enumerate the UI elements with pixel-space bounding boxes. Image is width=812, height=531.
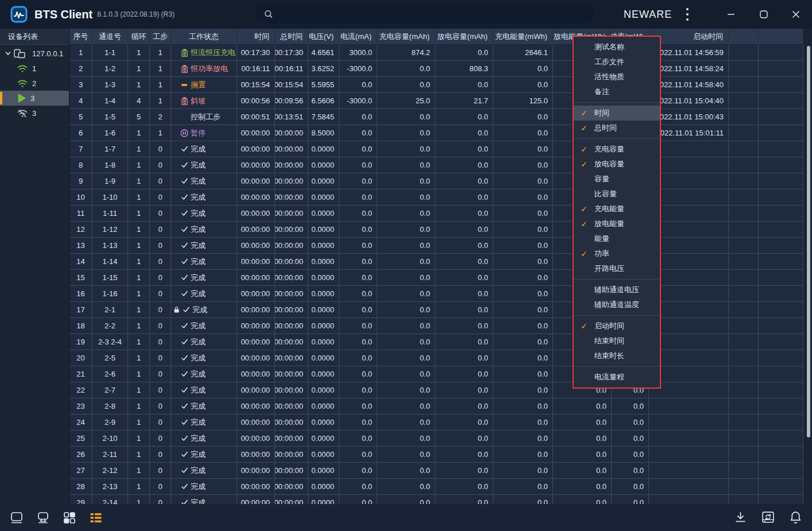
bell-icon[interactable] (788, 510, 803, 525)
sidebar-item-channel-1[interactable]: 1 (0, 61, 69, 76)
app-title: BTS Client (34, 8, 92, 21)
menu-item-4-1[interactable]: 结束时间 (574, 334, 660, 348)
table-row[interactable]: 121-1210完成00:00:0000:00:000.00000.00.00.… (69, 222, 803, 238)
table-row[interactable]: 91-910完成00:00:0000:00:000.00000.00.00.00… (69, 173, 803, 189)
cell-status: 恒功率放电 (171, 61, 237, 76)
column-header-discharge_cap[interactable]: 放电容量(mAh) (435, 29, 493, 44)
sidebar-item-channel-2[interactable]: 2 (0, 76, 69, 91)
download-icon[interactable] (733, 510, 748, 525)
menu-item-4-2[interactable]: 结束时长 (574, 348, 660, 363)
menu-item-label: 容量 (594, 174, 660, 184)
vertical-scrollbar[interactable] (807, 46, 810, 437)
table-row[interactable]: 61-611暂停00:00:0000:00:008.50000.00.00.00… (69, 125, 803, 141)
check-icon (179, 418, 190, 426)
menu-item-2-6[interactable]: 能量 (574, 231, 660, 246)
column-header-extra2[interactable] (759, 29, 803, 44)
table-row[interactable]: 51-552控制工步00:00:5100:13:517.58450.00.00.… (69, 109, 803, 125)
menu-item-1-1[interactable]: ✓总时间 (574, 121, 660, 135)
cell-start_time (649, 447, 729, 462)
table-row[interactable]: 192-3 2-410完成00:00:0000:00:000.00000.00.… (69, 334, 803, 350)
column-header-charge_energy[interactable]: 充电能量(mWh) (493, 29, 553, 44)
menu-item-0-1[interactable]: 工步文件 (574, 55, 660, 69)
close-button[interactable] (783, 0, 809, 29)
table-row[interactable]: 242-910完成00:00:0000:00:000.00000.00.00.0… (69, 414, 803, 431)
table-row[interactable]: 182-210完成00:00:0000:00:000.00000.00.00.0… (69, 318, 803, 334)
monitor-icon[interactable] (9, 510, 24, 525)
menu-item-5-0[interactable]: 电流量程 (574, 370, 660, 385)
table-row[interactable]: 151-1510完成00:00:0000:00:000.00000.00.00.… (69, 270, 803, 286)
table-row[interactable]: 141-1410完成00:00:0000:00:000.00000.00.00.… (69, 254, 803, 270)
menu-item-3-0[interactable]: 辅助通道电压 (574, 282, 660, 297)
sidebar-item-channel-3[interactable]: 3 (0, 106, 69, 121)
more-menu-button[interactable] (679, 5, 696, 24)
table-row[interactable]: 292-1410完成00:00:0000:00:000.00000.00.00.… (69, 495, 803, 504)
column-header-time[interactable]: 时间 (237, 29, 275, 44)
table-row[interactable]: 21-211恒功率放电00:16:1100:16:113.6252-3000.0… (69, 61, 803, 77)
list-view-icon[interactable] (88, 510, 103, 525)
sidebar-item-device[interactable]: 127.0.0.1 (0, 46, 69, 61)
table-row[interactable]: 232-810完成00:00:0000:00:000.00000.00.00.0… (69, 398, 803, 414)
cell-cycle: 1 (128, 286, 150, 301)
column-header-status[interactable]: 工作状态 (171, 29, 237, 44)
table-row[interactable]: 272-1210完成00:00:0000:00:000.00000.00.00.… (69, 463, 803, 479)
menu-item-2-1[interactable]: ✓放电容量 (574, 157, 660, 172)
table-row[interactable]: 222-710完成00:00:0000:00:000.00000.00.00.0… (69, 382, 803, 398)
table-row[interactable]: 262-1110完成00:00:0000:00:000.00000.00.00.… (69, 447, 803, 463)
table-row[interactable]: 161-1610完成00:00:0000:00:000.00000.00.00.… (69, 286, 803, 302)
menu-item-1-0[interactable]: ✓时间 (574, 106, 660, 121)
search-box[interactable] (256, 5, 594, 23)
menu-item-3-1[interactable]: 辅助通道温度 (574, 297, 660, 312)
search-input[interactable] (279, 9, 586, 19)
cell-sn: 26 (69, 447, 92, 462)
minimize-button[interactable] (718, 0, 744, 29)
column-header-total_time[interactable]: 总时间 (275, 29, 308, 44)
menu-item-0-0[interactable]: 测试名称 (574, 40, 660, 55)
column-header-cycle[interactable]: 循环 (128, 29, 150, 44)
menu-item-2-5[interactable]: ✓放电能量 (574, 216, 660, 231)
menu-item-0-2[interactable]: 活性物质 (574, 69, 660, 84)
cell-channel: 2-13 (92, 479, 128, 494)
table-row[interactable]: 282-1310完成00:00:0000:00:000.00000.00.00.… (69, 479, 803, 495)
table-row[interactable]: 71-710完成00:00:0000:00:000.00000.00.00.00… (69, 141, 803, 157)
column-header-charge_cap[interactable]: 充电容量(mAh) (377, 29, 435, 44)
cell-discharge_cap: 0.0 (435, 45, 493, 60)
table-row[interactable]: 131-1310完成00:00:0000:00:000.00000.00.00.… (69, 238, 803, 254)
table-row[interactable]: 111-1110完成00:00:0000:00:000.00000.00.00.… (69, 206, 803, 222)
table-row[interactable]: 41-441斜坡00:00:5600:09:566.5606-3000.025.… (69, 93, 803, 109)
maximize-button[interactable] (751, 0, 776, 29)
column-header-channel[interactable]: 通道号 (92, 29, 128, 44)
column-header-current[interactable]: 电流(mA) (339, 29, 377, 44)
table-row[interactable]: 212-610完成00:00:0000:00:000.00000.00.00.0… (69, 366, 803, 382)
menu-item-2-7[interactable]: ✓功率 (574, 246, 660, 261)
table-row[interactable]: 101-1010完成00:00:0000:00:000.00000.00.00.… (69, 189, 803, 206)
table-row[interactable]: 202-510完成00:00:0000:00:000.00000.00.00.0… (69, 350, 803, 366)
table-row[interactable]: 81-810完成00:00:0000:00:000.00000.00.00.00… (69, 157, 803, 173)
grid-view-icon[interactable] (62, 510, 77, 525)
cell-start_time (649, 431, 729, 446)
scrollbar-track[interactable] (803, 29, 812, 504)
table-row[interactable]: 31-311搁置00:15:5400:15:545.59550.00.00.00… (69, 77, 803, 93)
column-header-voltage[interactable]: 电压(V) (308, 29, 339, 44)
cell-current: 0.0 (339, 318, 377, 334)
monitor-stand-icon[interactable] (36, 510, 51, 525)
menu-item-0-3[interactable]: 备注 (574, 84, 660, 99)
table-row[interactable]: 252-1010完成00:00:0000:00:000.00000.00.00.… (69, 431, 803, 447)
menu-item-2-0[interactable]: ✓充电容量 (574, 142, 660, 157)
cell-charge_cap: 0.0 (377, 318, 435, 334)
cell-cycle: 1 (128, 189, 150, 205)
table-row[interactable]: 11-111恒流恒压充电00:17:3000:17:304.65613000.0… (69, 45, 803, 61)
menu-item-2-4[interactable]: ✓充电能量 (574, 201, 660, 216)
cell-step: 0 (150, 495, 171, 504)
menu-item-2-2[interactable]: 容量 (574, 172, 660, 187)
column-header-step[interactable]: 工步 (150, 29, 171, 44)
device-sync-icon[interactable] (760, 510, 775, 525)
menu-item-2-3[interactable]: 比容量 (574, 187, 660, 201)
menu-item-4-0[interactable]: ✓启动时间 (574, 319, 660, 334)
table-row[interactable]: 172-110完成00:00:0000:00:000.00000.00.00.0… (69, 302, 803, 318)
cell-voltage: 0.0000 (308, 206, 339, 221)
sidebar-item-channel-3[interactable]: 3 (0, 91, 69, 106)
column-header-sn[interactable]: 序号 (69, 29, 92, 44)
check-icon (179, 177, 190, 185)
column-header-extra1[interactable] (729, 29, 759, 44)
menu-item-2-8[interactable]: 开路电压 (574, 261, 660, 276)
